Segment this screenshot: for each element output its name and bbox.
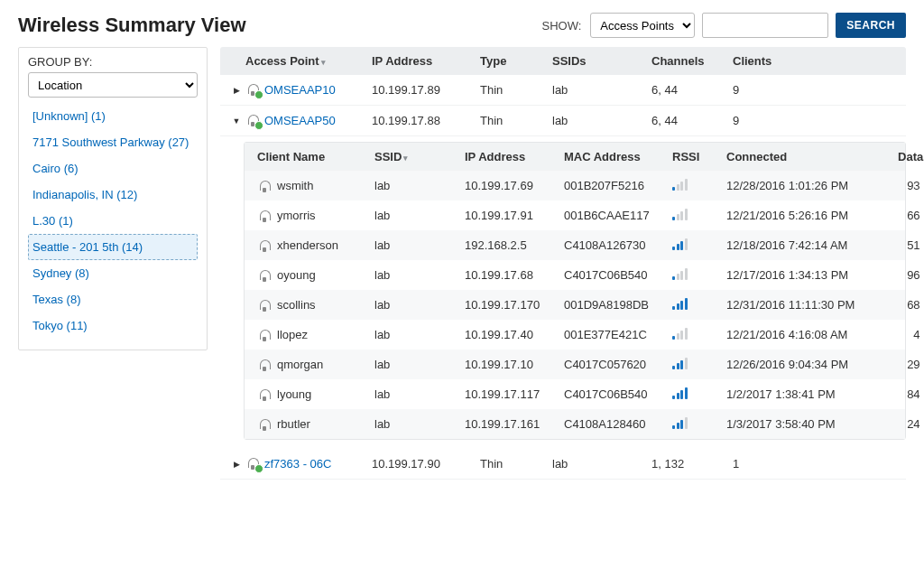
client-ip: 10.199.17.68 [465, 268, 564, 282]
client-row: llopezlab10.199.17.40001E377E421C12/21/2… [245, 320, 905, 350]
client-name: ymorris [277, 209, 316, 222]
client-mac: 001D9A8198DB [564, 298, 672, 312]
col-channels[interactable]: Channels [651, 54, 733, 68]
col-ip[interactable]: IP Address [372, 54, 480, 68]
rssi-icon [672, 267, 688, 280]
client-mac: C4108A126730 [564, 238, 672, 252]
ap-ssids: lab [552, 114, 651, 127]
rssi-icon [672, 416, 688, 429]
search-input[interactable] [702, 13, 828, 38]
client-ssid: lab [374, 387, 465, 401]
ap-row: ▶OMSEAAP1010.199.17.89Thinlab6, 449 [220, 75, 906, 106]
client-rate: 51 Mbps [880, 238, 924, 252]
ap-channels: 6, 44 [651, 83, 733, 97]
sidebar-location[interactable]: [Unknown] (1) [28, 103, 198, 129]
sidebar-location[interactable]: Cairo (6) [28, 155, 198, 182]
sidebar: GROUP BY: Location [Unknown] (1)7171 Sou… [18, 47, 208, 350]
client-col-mac[interactable]: MAC Address [564, 150, 672, 163]
client-row: lyounglab10.199.17.117C4017C06B5401/2/20… [245, 379, 905, 409]
client-name: xhenderson [277, 238, 338, 252]
show-select[interactable]: Access Points [590, 13, 695, 38]
ap-name-link[interactable]: OMSEAAP10 [245, 82, 372, 98]
ap-ip: 10.199.17.89 [372, 83, 480, 97]
rssi-icon [672, 357, 688, 369]
wifi-client-icon [257, 387, 272, 402]
client-col-connected[interactable]: Connected [726, 150, 880, 163]
group-by-select[interactable]: Location [28, 72, 198, 98]
sidebar-location[interactable]: L.30 (1) [28, 208, 198, 234]
client-col-rssi[interactable]: RSSI [672, 150, 726, 163]
client-col-ip[interactable]: IP Address [465, 150, 564, 163]
client-rate: 96 Mbps [880, 268, 924, 282]
ap-row: ▼OMSEAAP5010.199.17.88Thinlab6, 449 [220, 106, 906, 136]
ap-channels: 6, 44 [651, 114, 733, 127]
wifi-client-icon [257, 209, 272, 223]
client-row: oyounglab10.199.17.68C4017C06B54012/17/2… [245, 260, 905, 290]
ap-type: Thin [480, 457, 552, 471]
client-ssid: lab [374, 328, 465, 341]
col-clients[interactable]: Clients [733, 54, 814, 68]
sidebar-location[interactable]: Seattle - 201 5th (14) [28, 234, 198, 260]
wifi-client-icon [257, 298, 272, 312]
rssi-icon [672, 327, 688, 340]
rssi-icon [672, 208, 688, 220]
client-connected: 12/28/2016 1:01:26 PM [726, 179, 880, 192]
client-mac: C4017C06B540 [564, 268, 672, 282]
sidebar-location[interactable]: Texas (8) [28, 286, 198, 312]
client-connected: 12/18/2016 7:42:14 AM [726, 238, 880, 252]
wifi-ap-icon [245, 456, 261, 471]
ap-table-header: Access Point▾ IP Address Type SSIDs Chan… [220, 47, 906, 75]
client-connected: 12/17/2016 1:34:13 PM [726, 268, 880, 282]
wifi-client-icon [257, 358, 272, 372]
client-col-client_name[interactable]: Client Name [257, 150, 374, 163]
client-col-ssid[interactable]: SSID▾ [374, 150, 465, 163]
ap-name-link[interactable]: zf7363 - 06C [245, 456, 372, 471]
sidebar-location[interactable]: Sydney (8) [28, 260, 198, 286]
client-mac: 001B6CAAE117 [564, 209, 672, 222]
client-connected: 12/26/2016 9:04:34 PM [726, 358, 880, 371]
ap-channels: 1, 132 [651, 457, 733, 471]
client-name: wsmith [277, 179, 313, 192]
client-ip: 10.199.17.161 [465, 417, 564, 431]
wifi-client-icon [257, 268, 272, 283]
ap-name-link[interactable]: OMSEAAP50 [245, 113, 372, 128]
client-connected: 12/31/2016 11:11:30 PM [726, 298, 880, 312]
client-name: qmorgan [277, 358, 323, 371]
show-label: SHOW: [542, 19, 582, 33]
expand-icon[interactable]: ▶ [227, 460, 245, 469]
client-rate: 68 Mbps [880, 298, 924, 312]
client-name: oyoung [277, 268, 316, 282]
client-ssid: lab [374, 209, 465, 222]
wifi-client-icon [257, 179, 272, 193]
rssi-icon [672, 387, 688, 399]
rssi-icon [672, 297, 688, 310]
wifi-client-icon [257, 238, 272, 253]
client-connected: 1/2/2017 1:38:41 PM [726, 387, 880, 401]
client-rate: 29 Mbps [880, 358, 924, 371]
client-rate: 4 Mbps [880, 328, 924, 341]
client-ssid: lab [374, 298, 465, 312]
client-row: rbutlerlab10.199.17.161C4108A1284601/3/2… [245, 409, 905, 439]
sidebar-location[interactable]: 7171 Southwest Parkway (27) [28, 129, 198, 155]
client-mac: C4017C06B540 [564, 387, 672, 401]
client-row: scollinslab10.199.17.170001D9A8198DB12/3… [245, 290, 905, 320]
client-mac: C4108A128460 [564, 417, 672, 431]
client-table: Client NameSSID▾IP AddressMAC AddressRSS… [244, 142, 906, 440]
client-ip: 10.199.17.10 [465, 358, 564, 371]
client-ssid: lab [374, 238, 465, 252]
expand-icon[interactable]: ▶ [227, 86, 245, 95]
client-col-rate[interactable]: Data Rate [880, 150, 924, 163]
col-ssids[interactable]: SSIDs [552, 54, 651, 68]
client-connected: 1/3/2017 3:58:40 PM [726, 417, 880, 431]
expand-icon[interactable]: ▼ [227, 117, 245, 126]
client-ssid: lab [374, 417, 465, 431]
sidebar-location[interactable]: Tokyo (11) [28, 312, 198, 339]
sidebar-location[interactable]: Indianapolis, IN (12) [28, 182, 198, 208]
col-type[interactable]: Type [480, 54, 552, 68]
wifi-ap-icon [245, 113, 261, 128]
rssi-icon [672, 238, 688, 250]
col-access-point[interactable]: Access Point▾ [245, 54, 372, 68]
client-ip: 10.199.17.117 [465, 387, 564, 401]
wifi-ap-icon [245, 82, 261, 98]
search-button[interactable]: SEARCH [836, 13, 906, 38]
